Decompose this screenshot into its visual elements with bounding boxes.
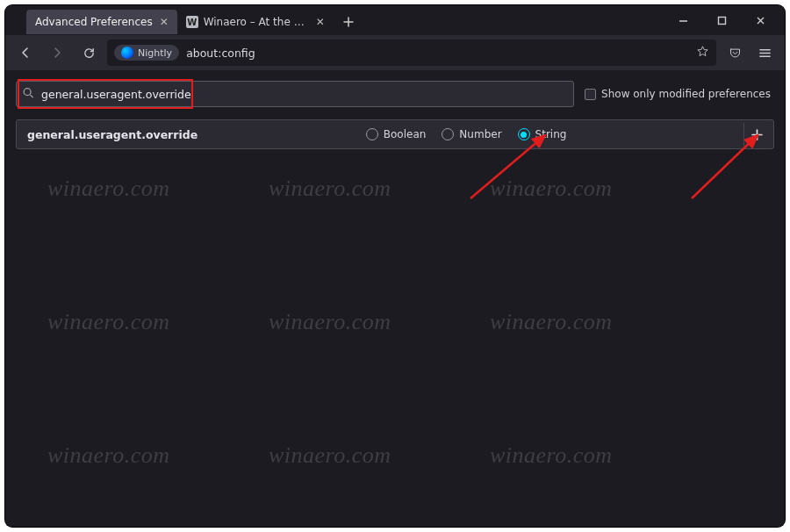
minimize-icon bbox=[679, 16, 688, 25]
radio-boolean[interactable]: Boolean bbox=[366, 128, 427, 140]
minimize-button[interactable] bbox=[664, 7, 702, 33]
close-icon bbox=[756, 16, 765, 25]
close-icon[interactable]: ✕ bbox=[314, 16, 327, 28]
preference-type-radios: Boolean Number String bbox=[366, 128, 576, 140]
forward-button[interactable] bbox=[44, 40, 70, 66]
plus-icon bbox=[343, 17, 354, 27]
radio-dot-icon bbox=[521, 132, 527, 138]
radio-icon bbox=[518, 128, 530, 140]
radio-number[interactable]: Number bbox=[442, 128, 501, 140]
app-menu-button[interactable] bbox=[751, 40, 778, 66]
navigation-toolbar: Nightly about:config bbox=[5, 35, 785, 70]
hamburger-icon bbox=[758, 47, 772, 60]
url-bar[interactable]: Nightly about:config bbox=[107, 40, 716, 66]
maximize-icon bbox=[717, 16, 727, 25]
search-icon bbox=[22, 86, 34, 103]
radio-label: Boolean bbox=[384, 128, 427, 140]
new-tab-button[interactable] bbox=[337, 11, 360, 33]
svg-point-1 bbox=[24, 89, 31, 96]
tab-winaero[interactable]: W Winaero – At the edge of tweak ✕ bbox=[177, 10, 334, 34]
nightly-chip: Nightly bbox=[114, 45, 179, 61]
close-window-button[interactable] bbox=[741, 7, 779, 33]
search-wrapper bbox=[16, 81, 574, 107]
add-preference-button[interactable] bbox=[743, 123, 770, 146]
back-icon bbox=[18, 46, 32, 60]
window-controls bbox=[664, 5, 785, 35]
favicon-icon: W bbox=[186, 16, 198, 28]
radio-label: String bbox=[535, 128, 567, 140]
watermark: winaero.com bbox=[490, 309, 613, 335]
titlebar: Advanced Preferences ✕ W Winaero – At th… bbox=[5, 5, 785, 35]
radio-icon bbox=[442, 128, 454, 140]
tab-label: Winaero – At the edge of tweak bbox=[204, 16, 309, 28]
show-modified-label: Show only modified preferences bbox=[601, 88, 771, 100]
reload-icon bbox=[83, 47, 96, 60]
star-icon bbox=[696, 45, 709, 58]
watermark: winaero.com bbox=[269, 442, 391, 469]
radio-string[interactable]: String bbox=[518, 128, 567, 140]
svg-rect-0 bbox=[718, 17, 725, 24]
watermark: winaero.com bbox=[47, 176, 170, 202]
checkbox-icon bbox=[585, 89, 596, 100]
plus-icon bbox=[751, 129, 763, 140]
tab-advanced-preferences[interactable]: Advanced Preferences ✕ bbox=[26, 10, 177, 34]
pocket-icon bbox=[729, 47, 742, 60]
maximize-button[interactable] bbox=[702, 7, 741, 33]
watermark: winaero.com bbox=[47, 442, 170, 469]
search-input[interactable] bbox=[16, 81, 574, 107]
watermark: winaero.com bbox=[269, 309, 391, 335]
pocket-button[interactable] bbox=[722, 40, 748, 66]
show-modified-toggle[interactable]: Show only modified preferences bbox=[585, 88, 774, 100]
watermark: winaero.com bbox=[490, 176, 613, 202]
radio-icon bbox=[366, 128, 378, 140]
reload-button[interactable] bbox=[75, 40, 102, 66]
about-config-content: Show only modified preferences general.u… bbox=[5, 70, 785, 527]
search-row: Show only modified preferences bbox=[16, 79, 774, 109]
watermark: winaero.com bbox=[47, 309, 170, 335]
watermark: winaero.com bbox=[269, 176, 391, 202]
url-text: about:config bbox=[186, 47, 689, 60]
close-icon[interactable]: ✕ bbox=[158, 16, 170, 28]
watermark: winaero.com bbox=[490, 442, 613, 469]
forward-icon bbox=[50, 46, 64, 60]
browser-window: Advanced Preferences ✕ W Winaero – At th… bbox=[5, 5, 785, 527]
back-button[interactable] bbox=[12, 40, 39, 66]
preference-name: general.useragent.override bbox=[27, 128, 198, 141]
preference-row: general.useragent.override Boolean Numbe… bbox=[16, 119, 774, 149]
tab-label: Advanced Preferences bbox=[35, 16, 153, 28]
radio-label: Number bbox=[459, 128, 501, 140]
nightly-label: Nightly bbox=[138, 47, 172, 59]
firefox-nightly-icon bbox=[121, 47, 133, 59]
bookmark-button[interactable] bbox=[696, 45, 709, 61]
tab-strip: Advanced Preferences ✕ W Winaero – At th… bbox=[5, 5, 664, 35]
